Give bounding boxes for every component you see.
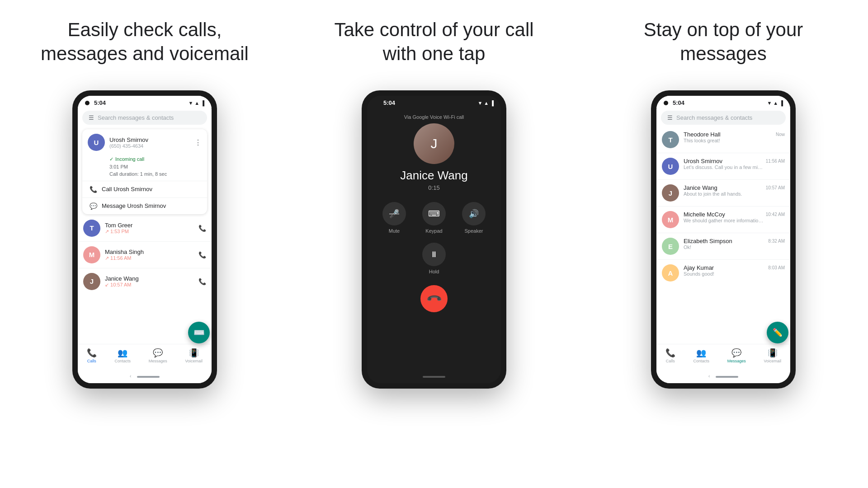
avatar-ajay: A	[662, 264, 679, 282]
list-item[interactable]: M Manisha Singh ↗ 11:56 AM 📞	[78, 243, 212, 267]
search-bar-calls[interactable]: ☰ Search messages & contacts	[82, 111, 207, 125]
nav-contacts[interactable]: 👥 Contacts	[115, 348, 131, 363]
gesture-bar-call	[367, 368, 501, 383]
msg-info-urosh: Urosh Smirnov 11:56 AM Let's discuss. Ca…	[684, 158, 785, 170]
phone-call-screen: 5:04 ▼ ▲ ▐ Via Google Voice Wi-Fi call J	[362, 90, 506, 389]
expanded-detail: ✓ Incoming call 3:01 PM Call duration: 1…	[82, 154, 207, 181]
hold-control[interactable]: ⏸ Hold	[422, 243, 446, 274]
hamburger-icon: ☰	[89, 114, 94, 121]
msg-header-ajay: Ajay Kumar 8:03 AM	[684, 264, 785, 271]
msg-info-ajay: Ajay Kumar 8:03 AM Sounds good!	[684, 264, 785, 277]
divider	[78, 241, 212, 242]
keypad-icon-circle: ⌨	[422, 202, 446, 225]
call-icon-tom[interactable]: 📞	[198, 225, 206, 232]
contact-name-tom: Tom Greer	[105, 222, 194, 229]
nav-voicemail-msg[interactable]: 📳 Voicemail	[764, 348, 782, 363]
nav-messages-active[interactable]: 💬 Messages	[727, 348, 746, 363]
headline-messages: Stay on top of your messages	[617, 18, 830, 72]
msg-header-urosh: Urosh Smirnov 11:56 AM	[684, 158, 785, 164]
call-timer: 0:15	[428, 184, 439, 191]
status-icons-call: ▼ ▲ ▐	[477, 100, 494, 106]
call-type: ✓ Incoming call	[109, 155, 202, 163]
divider	[656, 233, 790, 233]
phone-action-icon: 📞	[90, 186, 97, 193]
contact-sub-tom: ↗ 1:53 PM	[105, 229, 194, 235]
calls-nav-label-msg: Calls	[666, 359, 675, 363]
contact-info-manisha: Manisha Singh ↗ 11:56 AM	[105, 249, 194, 261]
calls-nav-icon-msg: 📞	[665, 348, 675, 358]
call-icon-janice[interactable]: 📞	[198, 278, 206, 285]
expanded-actions: 📞 Call Urosh Smirnov 💬 Message Urosh Smi…	[82, 181, 207, 214]
search-placeholder-messages: Search messages & contacts	[676, 114, 752, 121]
gesture-bar-calls: ‹	[78, 368, 212, 383]
message-action-label: Message Urosh Smirnov	[102, 202, 166, 209]
list-item[interactable]: A Ajay Kumar 8:03 AM Sounds good!	[656, 261, 790, 285]
list-item[interactable]: E Elizabeth Simpson 8:32 AM Ok!	[656, 234, 790, 258]
search-bar-messages[interactable]: ☰ Search messages & contacts	[661, 111, 786, 125]
phone-screen-messages: 5:04 ▼ ▲ ▐ ☰ Search messages & contacts	[656, 96, 790, 383]
avatar-urosh: U	[88, 134, 105, 151]
wifi-icon-msg: ▲	[773, 100, 778, 106]
msg-header-theodore: Theodore Hall Now	[684, 131, 785, 138]
msg-header-michelle: Michelle McCoy 10:42 AM	[684, 211, 785, 218]
list-item[interactable]: T Tom Greer ↗ 1:53 PM 📞	[78, 216, 212, 240]
status-bar-call: 5:04 ▼ ▲ ▐	[367, 96, 501, 108]
voicemail-nav-icon-msg: 📳	[768, 348, 778, 358]
contacts-nav-icon-msg: 👥	[696, 348, 706, 358]
call-icon-manisha[interactable]: 📞	[198, 251, 206, 258]
phone-messages: 5:04 ▼ ▲ ▐ ☰ Search messages & contacts	[651, 90, 796, 389]
speaker-icon-circle: 🔊	[462, 202, 486, 225]
msg-name-urosh: Urosh Smirnov	[684, 158, 722, 164]
avatar-janice-calls: J	[83, 273, 100, 290]
call-time: 3:01 PM	[109, 163, 202, 171]
msg-info-janice: Janice Wang 10:57 AM About to join the a…	[684, 184, 785, 197]
list-item[interactable]: T Theodore Hall Now This looks great!	[656, 127, 790, 152]
voicemail-nav-label-msg: Voicemail	[764, 359, 782, 363]
dial-fab[interactable]: ⌨️	[188, 322, 210, 343]
column-call-screen: Take control of your call with one tap 5…	[289, 18, 579, 389]
nav-messages[interactable]: 💬 Messages	[149, 348, 167, 363]
speaker-control[interactable]: 🔊 Speaker	[462, 202, 486, 234]
expanded-header: U Urosh Smirnov (650) 435-4634 ⋮	[82, 129, 207, 154]
list-item[interactable]: J Janice Wang 10:57 AM About to join the…	[656, 181, 790, 205]
list-item[interactable]: J Janice Wang ↙ 10:57 AM 📞	[78, 269, 212, 294]
contact-info-janice: Janice Wang ↙ 10:57 AM	[105, 275, 194, 288]
expanded-name: Urosh Smirnov	[109, 136, 190, 143]
compose-fab[interactable]: ✏️	[767, 322, 788, 343]
list-item[interactable]: U Urosh Smirnov 11:56 AM Let's discuss. …	[656, 154, 790, 178]
mute-control[interactable]: 🎤 Mute	[382, 202, 406, 234]
keypad-icon: ⌨	[428, 209, 440, 219]
gesture-pill-dark	[423, 376, 445, 378]
voicemail-nav-icon: 📳	[189, 348, 199, 358]
nav-calls[interactable]: 📞 Calls	[87, 348, 97, 363]
wifi-icon-dark: ▲	[484, 100, 489, 106]
contact-name-janice: Janice Wang	[105, 275, 194, 282]
caller-avatar: J	[414, 123, 454, 164]
call-screen-content: Via Google Voice Wi-Fi call J Janice Wan…	[367, 108, 501, 368]
status-icons-messages: ▼ ▲ ▐	[767, 100, 783, 106]
avatar-image: J	[414, 123, 454, 164]
message-action[interactable]: 💬 Message Urosh Smirnov	[82, 198, 207, 214]
list-item[interactable]: M Michelle McCoy 10:42 AM We should gath…	[656, 207, 790, 232]
caller-name: Janice Wang	[400, 169, 467, 183]
avatar-tom: T	[83, 220, 100, 237]
mute-label: Mute	[389, 228, 400, 234]
nav-voicemail[interactable]: 📳 Voicemail	[185, 348, 203, 363]
keypad-control[interactable]: ⌨ Keypad	[422, 202, 446, 234]
nav-contacts-msg[interactable]: 👥 Contacts	[693, 348, 710, 363]
signal-icon-msg: ▼	[767, 100, 772, 106]
messages-nav-icon-active: 💬	[731, 348, 741, 358]
nav-calls-msg[interactable]: 📞 Calls	[665, 348, 675, 363]
more-icon[interactable]: ⋮	[194, 138, 202, 147]
msg-time-michelle: 10:42 AM	[766, 212, 785, 217]
camera-dot	[85, 101, 90, 105]
call-action[interactable]: 📞 Call Urosh Smirnov	[82, 181, 207, 198]
msg-name-elizabeth: Elizabeth Simpson	[684, 238, 732, 244]
avatar-janice-msg: J	[662, 184, 679, 202]
headline-call: Take control of your call with one tap	[307, 18, 561, 72]
message-action-icon: 💬	[90, 202, 97, 210]
contact-name-manisha: Manisha Singh	[105, 249, 194, 255]
end-call-button[interactable]: 📞	[420, 285, 448, 312]
msg-preview-theodore: This looks great!	[684, 138, 765, 143]
avatar-michelle: M	[662, 211, 679, 228]
